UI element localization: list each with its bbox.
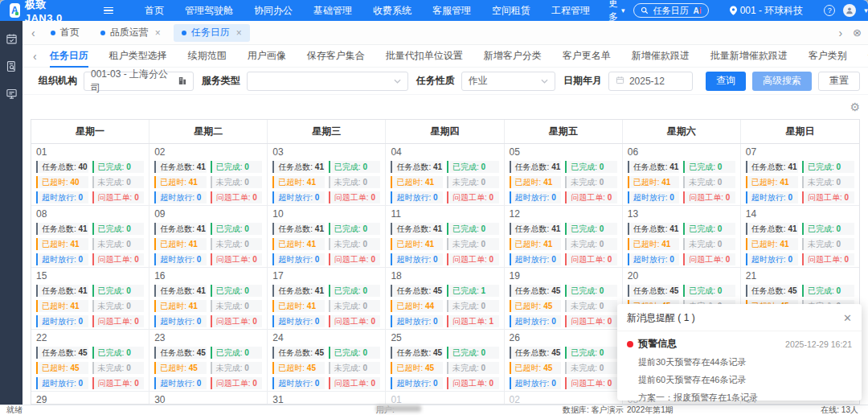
- calendar-day-cell[interactable]: 16任务总数: 41已完成: 0已超时: 41未完成: 0超时放行: 0问题工单…: [149, 268, 268, 329]
- close-all-tabs-icon[interactable]: ⊗: [853, 27, 862, 39]
- calendar-day-cell[interactable]: 30: [149, 392, 268, 405]
- stat-release: 超时放行: 0: [36, 315, 88, 327]
- stat-overdue: 已超时: 41: [628, 238, 680, 250]
- calendar-day-cell[interactable]: 23任务总数: 45已完成: 0已超时: 45未完成: 0超时放行: 0问题工单…: [149, 330, 268, 391]
- app-window: A 极致JAN3.0 首页管理驾驶舱协同办公基础管理收费系统客服管理空间租赁工程…: [0, 0, 868, 415]
- calendar-day-cell[interactable]: 02任务总数: 41已完成: 0已超时: 41未完成: 0超时放行: 0问题工单…: [149, 144, 268, 205]
- stat-done: 已完成: 0: [211, 347, 263, 359]
- global-search[interactable]: 任务日历 Ai: [633, 3, 709, 18]
- function-tab[interactable]: 客户类别: [809, 45, 847, 68]
- calendar-day-cell[interactable]: 04任务总数: 41已完成: 0已超时: 41未完成: 0超时放行: 0问题工单…: [386, 144, 504, 205]
- calendar-day-cell[interactable]: 08任务总数: 41已完成: 0已超时: 41未完成: 0超时放行: 0问题工单…: [31, 206, 149, 267]
- nav-menu-item[interactable]: 空间租赁: [481, 4, 541, 18]
- nav-menu-item[interactable]: 首页: [134, 4, 174, 18]
- calendar-day-cell[interactable]: 17任务总数: 41已完成: 0已超时: 41未完成: 0超时放行: 0问题工单…: [268, 268, 386, 329]
- calendar-day-cell[interactable]: 02: [505, 392, 623, 405]
- stat-done: 已完成: 0: [802, 285, 854, 297]
- calendar-day-cell[interactable]: 29: [31, 392, 149, 405]
- calendar-day-cell[interactable]: 19任务总数: 45已完成: 0已超时: 45未完成: 0超时放行: 0问题工单…: [505, 268, 623, 329]
- service-type-select[interactable]: [247, 72, 408, 91]
- calendar-day-cell[interactable]: 25任务总数: 45已完成: 0已超时: 45未完成: 0超时放行: 0问题工单…: [386, 330, 504, 391]
- search-input[interactable]: 任务日历: [653, 5, 689, 17]
- calendar-day-cell[interactable]: 15任务总数: 41已完成: 0已超时: 41未完成: 0超时放行: 0问题工单…: [31, 268, 149, 329]
- nav-menu-item[interactable]: 工程管理: [541, 4, 600, 18]
- stat-done: 已完成: 0: [565, 161, 617, 173]
- stat-release: 超时放行: 0: [154, 253, 207, 265]
- calendar-day-cell[interactable]: 13任务总数: 41已完成: 0已超时: 41未完成: 0超时放行: 0问题工单…: [623, 206, 741, 267]
- help-icon[interactable]: ?: [824, 5, 835, 16]
- nav-menu-item[interactable]: 管理驾驶舱: [174, 4, 244, 18]
- avatar[interactable]: [843, 4, 856, 17]
- stat-done: 已完成: 0: [211, 285, 263, 297]
- calendar-day-cell[interactable]: 09任务总数: 41已完成: 0已超时: 41未完成: 0超时放行: 0问题工单…: [149, 206, 268, 267]
- tab-close-icon[interactable]: ×: [236, 27, 242, 39]
- tabs-scroll-right-icon[interactable]: ›: [836, 27, 845, 39]
- calendar-day-cell[interactable]: 07任务总数: 41已完成: 0已超时: 41未完成: 0超时放行: 0问题工单…: [741, 144, 859, 205]
- date-month-input[interactable]: 2025-12: [608, 72, 693, 91]
- query-button[interactable]: 查询: [706, 72, 746, 91]
- calendar-icon: [616, 76, 624, 87]
- calendar-day-cell[interactable]: 26任务总数: 45已完成: 0已超时: 45未完成: 0超时放行: 0问题工单…: [505, 330, 623, 391]
- function-tab[interactable]: 任务日历: [50, 45, 88, 68]
- stat-done: 已完成: 0: [329, 347, 381, 359]
- stat-overdue: 已超时: 41: [391, 238, 443, 250]
- notification-line: 提前30天预警存在44条记录: [627, 356, 852, 368]
- function-tab[interactable]: 租户类型选择: [109, 45, 167, 68]
- calendar-day-cell[interactable]: 10任务总数: 41已完成: 0已超时: 41未完成: 0超时放行: 0问题工单…: [268, 206, 386, 267]
- dashboard-board-icon[interactable]: [5, 87, 18, 100]
- function-tab[interactable]: 续期范围: [188, 45, 227, 68]
- tab-dot-icon: [182, 31, 186, 35]
- function-tab[interactable]: 保存客户集合: [307, 45, 365, 68]
- calendar-day-cell[interactable]: 01任务总数: 40已完成: 0已超时: 40未完成: 0超时放行: 0问题工单…: [31, 144, 149, 205]
- nav-menu-item[interactable]: 基础管理: [303, 4, 362, 18]
- org-label: 组织机构: [39, 74, 77, 88]
- nav-menu-item[interactable]: 收费系统: [362, 4, 422, 18]
- tab-close-icon[interactable]: ×: [155, 27, 161, 39]
- stat-release: 超时放行: 0: [272, 315, 325, 327]
- calendar-day-cell[interactable]: 06任务总数: 41已完成: 0已超时: 41未完成: 0超时放行: 0问题工单…: [623, 144, 741, 205]
- close-icon[interactable]: ✕: [843, 312, 852, 324]
- function-tab[interactable]: 用户画像: [248, 45, 286, 68]
- function-tab[interactable]: 新增客户分类: [484, 45, 542, 68]
- calendar-day-cell[interactable]: 14任务总数: 41已完成: 0已超时: 41未完成: 0超时放行: 0问题工单…: [741, 206, 859, 267]
- notification-title: 新消息提醒 ( 1 ): [627, 311, 695, 325]
- calendar-day-cell[interactable]: 11任务总数: 41已完成: 0已超时: 41未完成: 0超时放行: 0问题工单…: [386, 206, 504, 267]
- funcbar-scroll-left-icon[interactable]: ‹: [31, 51, 39, 62]
- app-logo-icon: A: [10, 3, 20, 18]
- calendar-day-cell[interactable]: 22任务总数: 45已完成: 0已超时: 45未完成: 0超时放行: 0问题工单…: [31, 330, 149, 391]
- advanced-search-button[interactable]: 高级搜索: [752, 72, 812, 91]
- tab-item[interactable]: 首页: [43, 24, 88, 42]
- stat-problem: 问题工单: 0: [92, 253, 145, 265]
- nav-menu-item[interactable]: 客服管理: [422, 4, 481, 18]
- function-tab[interactable]: 批量新增催款跟进: [710, 45, 788, 68]
- gear-icon[interactable]: ⚙: [850, 101, 860, 113]
- calendar-day-cell[interactable]: 01: [386, 392, 504, 405]
- project-selector[interactable]: 001 - 环球科技: [730, 4, 804, 18]
- task-nature-select[interactable]: 作业: [461, 72, 555, 91]
- stat-release: 超时放行: 0: [628, 253, 680, 265]
- reset-button[interactable]: 重置: [818, 72, 860, 91]
- ai-assistant-icon[interactable]: Ai: [694, 6, 702, 15]
- org-input[interactable]: 001-03 - 上海分公司: [84, 72, 194, 91]
- calendar-day-cell[interactable]: 05任务总数: 41已完成: 0已超时: 41未完成: 0超时放行: 0问题工单…: [505, 144, 623, 205]
- function-tab[interactable]: 客户更名单: [563, 45, 611, 68]
- function-tab[interactable]: 新增催款跟进: [632, 45, 690, 68]
- calendar-check-icon[interactable]: [5, 32, 18, 45]
- calendar-day-cell[interactable]: 12任务总数: 41已完成: 0已超时: 41未完成: 0超时放行: 0问题工单…: [505, 206, 623, 267]
- stat-problem: 问题工单: 0: [92, 377, 145, 389]
- stat-total: 任务总数: 40: [36, 161, 88, 173]
- stat-release: 超时放行: 0: [391, 315, 443, 327]
- doc-search-icon[interactable]: [5, 60, 18, 72]
- calendar-day-cell[interactable]: 18任务总数: 45已完成: 1已超时: 44未完成: 0超时放行: 0问题工单…: [386, 268, 504, 329]
- tab-item[interactable]: 品质运营×: [92, 24, 169, 42]
- hamburger-icon[interactable]: [104, 7, 113, 14]
- calendar-day-cell[interactable]: 03任务总数: 41已完成: 0已超时: 41未完成: 0超时放行: 0问题工单…: [268, 144, 386, 205]
- user-caret-down-icon[interactable]: ▾: [864, 7, 868, 14]
- nav-menu-item[interactable]: 协同办公: [244, 4, 303, 18]
- function-tab[interactable]: 批量代扣单位设置: [386, 45, 463, 68]
- calendar-day-cell[interactable]: 24任务总数: 45已完成: 0已超时: 45未完成: 0超时放行: 0问题工单…: [268, 330, 386, 391]
- tab-item[interactable]: 任务日历×: [174, 24, 250, 42]
- day-stats: 任务总数: 41已完成: 0已超时: 41未完成: 0超时放行: 0问题工单: …: [628, 161, 735, 203]
- tabs-scroll-left-icon[interactable]: ‹: [29, 27, 38, 39]
- calendar-day-cell[interactable]: 31: [268, 392, 386, 405]
